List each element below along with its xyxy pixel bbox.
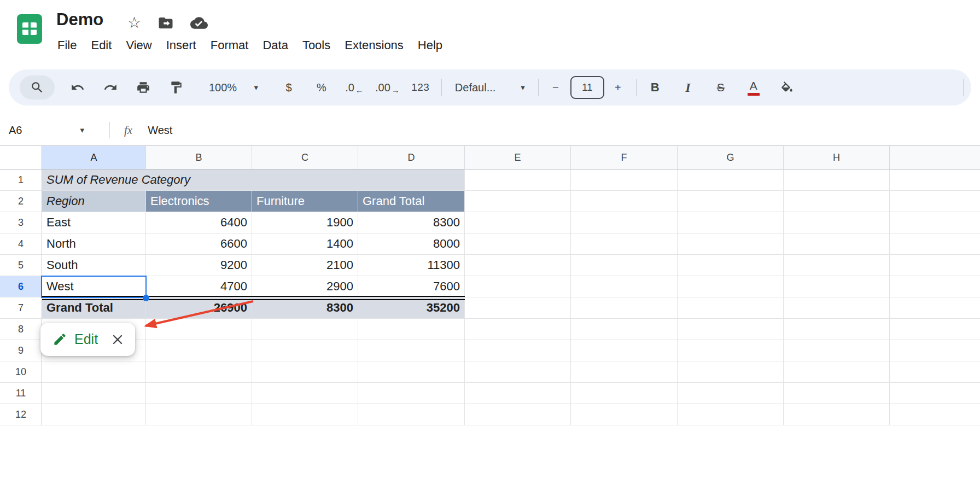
menu-view[interactable]: View <box>119 35 159 56</box>
row-header-11[interactable]: 11 <box>0 383 42 404</box>
cell[interactable] <box>784 340 890 361</box>
cell[interactable] <box>678 297 784 319</box>
font-select[interactable]: Defaul... ▾ <box>448 75 532 100</box>
cell[interactable] <box>678 191 784 212</box>
cell-c6[interactable]: 2900 <box>252 276 358 297</box>
cell[interactable] <box>358 319 465 340</box>
cell[interactable] <box>784 255 890 276</box>
cell[interactable] <box>890 212 980 233</box>
cell-c2-furniture-header[interactable]: Furniture <box>252 191 358 212</box>
cell[interactable] <box>571 340 678 361</box>
row-header-2[interactable]: 2 <box>0 191 42 212</box>
cell-a4[interactable]: North <box>42 233 146 255</box>
decrease-decimal-button[interactable]: .0 ← <box>342 75 366 100</box>
cell-d4[interactable]: 8000 <box>358 233 465 255</box>
cell[interactable] <box>571 169 678 191</box>
cell-a7-grand-total[interactable]: Grand Total <box>42 297 146 319</box>
font-size-input[interactable]: 11 <box>570 76 604 99</box>
cell[interactable] <box>42 383 146 404</box>
cell-c4[interactable]: 1400 <box>252 233 358 255</box>
row-header-7[interactable]: 7 <box>0 297 42 319</box>
cell[interactable] <box>465 212 571 233</box>
cloud-status-icon[interactable] <box>190 14 208 32</box>
cell-a3[interactable]: East <box>42 212 146 233</box>
cell-b2-electronics-header[interactable]: Electronics <box>146 191 252 212</box>
cell-c3[interactable]: 1900 <box>252 212 358 233</box>
column-header-h[interactable]: H <box>784 146 890 169</box>
cell[interactable] <box>890 191 980 212</box>
print-icon[interactable] <box>131 75 155 100</box>
cell-d6[interactable]: 7600 <box>358 276 465 297</box>
cell[interactable] <box>890 361 980 383</box>
format-percent-button[interactable]: % <box>310 75 334 100</box>
cell[interactable] <box>465 169 571 191</box>
cell[interactable] <box>784 212 890 233</box>
cell[interactable] <box>890 233 980 255</box>
cell[interactable] <box>252 383 358 404</box>
cell[interactable] <box>784 319 890 340</box>
formula-input[interactable]: West <box>148 124 172 137</box>
dismiss-popup-button[interactable] <box>111 333 124 346</box>
cell[interactable] <box>252 319 358 340</box>
cell-c7[interactable]: 8300 <box>252 297 358 319</box>
cell[interactable] <box>146 383 252 404</box>
row-header-1[interactable]: 1 <box>0 169 42 191</box>
cell[interactable] <box>465 191 571 212</box>
cell[interactable] <box>890 255 980 276</box>
cell[interactable] <box>678 169 784 191</box>
select-all-corner[interactable] <box>0 146 42 169</box>
cell[interactable] <box>890 340 980 361</box>
cell[interactable] <box>146 361 252 383</box>
cell[interactable] <box>465 340 571 361</box>
row-header-12[interactable]: 12 <box>0 404 42 425</box>
decrease-font-size-button[interactable]: − <box>545 75 566 100</box>
cell[interactable] <box>252 361 358 383</box>
column-header-partial[interactable] <box>890 146 980 169</box>
cell[interactable] <box>252 340 358 361</box>
cell-b7[interactable]: 26900 <box>146 297 252 319</box>
cell[interactable] <box>465 383 571 404</box>
edit-pivot-button[interactable]: Edit <box>52 331 98 347</box>
cell[interactable] <box>678 404 784 425</box>
strikethrough-button[interactable]: S <box>709 75 733 100</box>
cell[interactable] <box>465 319 571 340</box>
row-header-3[interactable]: 3 <box>0 212 42 233</box>
cell[interactable] <box>784 191 890 212</box>
cell[interactable] <box>42 404 146 425</box>
column-header-f[interactable]: F <box>571 146 678 169</box>
cell[interactable] <box>571 212 678 233</box>
cell[interactable] <box>890 404 980 425</box>
cell[interactable] <box>571 191 678 212</box>
paint-format-icon[interactable] <box>164 75 188 100</box>
undo-icon[interactable] <box>66 75 90 100</box>
cell[interactable] <box>465 276 571 297</box>
cell[interactable] <box>890 169 980 191</box>
cell[interactable] <box>678 276 784 297</box>
cell[interactable] <box>784 233 890 255</box>
cell[interactable] <box>146 404 252 425</box>
search-icon[interactable] <box>20 75 55 100</box>
sheets-logo[interactable] <box>15 13 44 45</box>
menu-format[interactable]: Format <box>203 35 256 56</box>
cell[interactable] <box>784 404 890 425</box>
cell[interactable] <box>784 383 890 404</box>
cell-b3[interactable]: 6400 <box>146 212 252 233</box>
menu-edit[interactable]: Edit <box>84 35 119 56</box>
cell[interactable] <box>146 319 252 340</box>
cell[interactable] <box>678 319 784 340</box>
cell-a5[interactable]: South <box>42 255 146 276</box>
row-header-4[interactable]: 4 <box>0 233 42 255</box>
menu-tools[interactable]: Tools <box>295 35 337 56</box>
cell[interactable] <box>784 276 890 297</box>
column-header-e[interactable]: E <box>465 146 571 169</box>
cell-d7[interactable]: 35200 <box>358 297 465 319</box>
fill-color-icon[interactable] <box>774 75 798 100</box>
column-header-c[interactable]: C <box>252 146 358 169</box>
row-header-6[interactable]: 6 <box>0 276 42 297</box>
cell[interactable] <box>571 361 678 383</box>
menu-file[interactable]: File <box>50 35 84 56</box>
move-folder-icon[interactable] <box>158 15 174 31</box>
cell-d2-grand-total-header[interactable]: Grand Total <box>358 191 465 212</box>
cell[interactable] <box>252 404 358 425</box>
cell[interactable] <box>358 404 465 425</box>
